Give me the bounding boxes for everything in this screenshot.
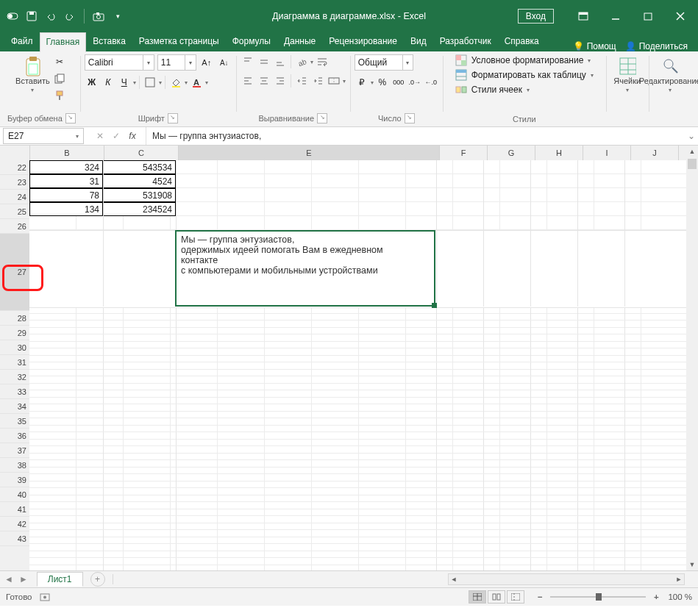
bold-button[interactable]: Ж <box>85 75 99 90</box>
vertical-scroll-thumb[interactable] <box>688 159 697 169</box>
view-page-layout-button[interactable] <box>488 590 505 604</box>
minimize-button[interactable] <box>599 5 632 27</box>
alignment-dialog-launcher[interactable]: ↘ <box>317 113 327 123</box>
increase-font-button[interactable]: A↑ <box>199 55 214 70</box>
align-top-button[interactable] <box>241 54 255 69</box>
cells-area[interactable]: 324 543534 31 4524 78 531908 134 234524 … <box>29 160 686 570</box>
zoom-slider-thumb[interactable] <box>596 593 602 601</box>
ribbon-display-options[interactable] <box>567 5 599 27</box>
row-header-34[interactable]: 34 <box>0 399 29 414</box>
name-box[interactable]: E27 ▾ <box>3 128 84 144</box>
font-dialog-launcher[interactable]: ↘ <box>168 113 178 123</box>
col-header-I[interactable]: I <box>583 146 631 160</box>
cell-C22[interactable]: 543534 <box>102 160 176 174</box>
format-as-table-button[interactable]: Форматировать как таблицу ▾ <box>455 69 594 81</box>
tab-help[interactable]: Справка <box>498 32 546 51</box>
row-header-24[interactable]: 24 <box>0 190 29 204</box>
editing-menu-button[interactable]: Редактирование ▾ <box>653 54 687 96</box>
close-button[interactable] <box>664 5 697 27</box>
number-format-select[interactable]: Общий▾ <box>355 54 413 71</box>
sheet-tab-active[interactable]: Лист1 <box>37 572 83 587</box>
selected-cell-E27[interactable]: Мы — группа энтузиастов, одержимых идеей… <box>175 230 435 307</box>
redo-button[interactable] <box>62 8 78 24</box>
tab-formulas[interactable]: Формулы <box>226 32 277 51</box>
row-header-30[interactable]: 30 <box>0 340 29 355</box>
save-button[interactable] <box>24 8 40 24</box>
font-color-button[interactable]: A <box>189 75 204 90</box>
clipboard-dialog-launcher[interactable]: ↘ <box>65 113 76 123</box>
worksheet-grid[interactable]: B C E F G H I J 22 23 24 25 26 27 28 29 … <box>0 146 698 570</box>
row-header-41[interactable]: 41 <box>0 502 29 517</box>
cut-button[interactable]: ✂ <box>52 54 67 69</box>
cell-styles-button[interactable]: Стили ячеек ▾ <box>455 84 594 96</box>
copy-button[interactable] <box>52 71 67 86</box>
qat-customize[interactable]: ▾ <box>110 8 126 24</box>
cell-C24[interactable]: 531908 <box>102 188 176 202</box>
formula-input[interactable]: Мы — группа энтузиастов, <box>146 127 685 145</box>
cell-B24[interactable]: 78 <box>29 188 103 202</box>
column-headers[interactable]: B C E F G H I J <box>0 146 686 161</box>
merge-button[interactable] <box>327 74 341 88</box>
tab-view[interactable]: Вид <box>404 32 433 51</box>
row-header-36[interactable]: 36 <box>0 429 29 443</box>
sheet-nav-next[interactable]: ► <box>19 574 28 584</box>
underline-button[interactable]: Ч <box>117 75 132 90</box>
row-header-42[interactable]: 42 <box>0 517 29 531</box>
col-header-G[interactable]: G <box>488 146 535 160</box>
cell-B22[interactable]: 324 <box>29 160 103 174</box>
align-middle-button[interactable] <box>257 54 271 69</box>
cell-C23[interactable]: 4524 <box>102 174 176 188</box>
select-all-corner[interactable] <box>0 146 30 160</box>
tab-developer[interactable]: Разработчик <box>433 32 498 51</box>
row-header-22[interactable]: 22 <box>0 160 29 175</box>
row-headers[interactable]: 22 23 24 25 26 27 28 29 30 31 32 33 34 3… <box>0 160 30 570</box>
camera-tool[interactable] <box>90 8 107 24</box>
cell-B25[interactable]: 134 <box>29 202 103 216</box>
wrap-text-button[interactable] <box>315 54 330 69</box>
zoom-out-button[interactable]: − <box>535 592 544 601</box>
scroll-up-button[interactable]: ▲ <box>686 146 698 157</box>
align-left-button[interactable] <box>241 74 255 88</box>
sign-in-button[interactable]: Вход <box>518 9 554 24</box>
insert-function-button[interactable]: fx <box>125 129 140 143</box>
sheet-nav-prev[interactable]: ◄ <box>4 574 13 584</box>
view-normal-button[interactable] <box>469 590 486 604</box>
decrease-indent-button[interactable] <box>294 74 309 88</box>
paste-button[interactable]: Вставить ▾ <box>15 54 49 96</box>
macro-record-icon[interactable] <box>40 592 50 602</box>
row-header-27[interactable]: 27 <box>0 234 29 311</box>
row-header-23[interactable]: 23 <box>0 175 29 190</box>
tab-home[interactable]: Главная <box>40 32 87 52</box>
cell-C25[interactable]: 234524 <box>102 202 176 216</box>
format-painter-button[interactable] <box>52 88 67 103</box>
expand-formula-bar[interactable]: ⌄ <box>685 131 698 141</box>
font-size-select[interactable]: 11▾ <box>157 54 196 71</box>
row-header-35[interactable]: 35 <box>0 414 29 429</box>
view-page-break-button[interactable] <box>507 590 524 604</box>
enter-formula-button[interactable]: ✓ <box>109 129 124 143</box>
undo-button[interactable] <box>43 8 59 24</box>
new-sheet-button[interactable]: + <box>90 572 105 587</box>
accounting-format-button[interactable]: ₽ <box>355 75 369 90</box>
col-header-H[interactable]: H <box>535 146 583 160</box>
row-header-43[interactable]: 43 <box>0 531 29 546</box>
increase-indent-button[interactable] <box>310 74 325 88</box>
align-center-button[interactable] <box>257 74 271 88</box>
col-header-B[interactable]: B <box>30 146 104 160</box>
vertical-scrollbar[interactable]: ▲ ▼ <box>686 146 698 570</box>
cells-menu-button[interactable]: Ячейки ▾ <box>610 54 644 96</box>
col-header-J[interactable]: J <box>631 146 679 160</box>
tab-page-layout[interactable]: Разметка страницы <box>132 32 226 51</box>
zoom-in-button[interactable]: + <box>652 592 660 601</box>
align-right-button[interactable] <box>273 74 288 88</box>
maximize-button[interactable] <box>632 5 664 27</box>
scroll-down-button[interactable]: ▼ <box>686 559 698 570</box>
orientation-button[interactable]: ab <box>294 54 309 69</box>
row-header-38[interactable]: 38 <box>0 458 29 473</box>
cell-B23[interactable]: 31 <box>29 174 103 188</box>
scroll-left-button[interactable]: ◄ <box>449 576 459 583</box>
cancel-formula-button[interactable]: ✕ <box>93 129 107 143</box>
tab-file[interactable]: Файл <box>4 32 40 51</box>
row-header-32[interactable]: 32 <box>0 370 29 384</box>
row-header-29[interactable]: 29 <box>0 326 29 340</box>
